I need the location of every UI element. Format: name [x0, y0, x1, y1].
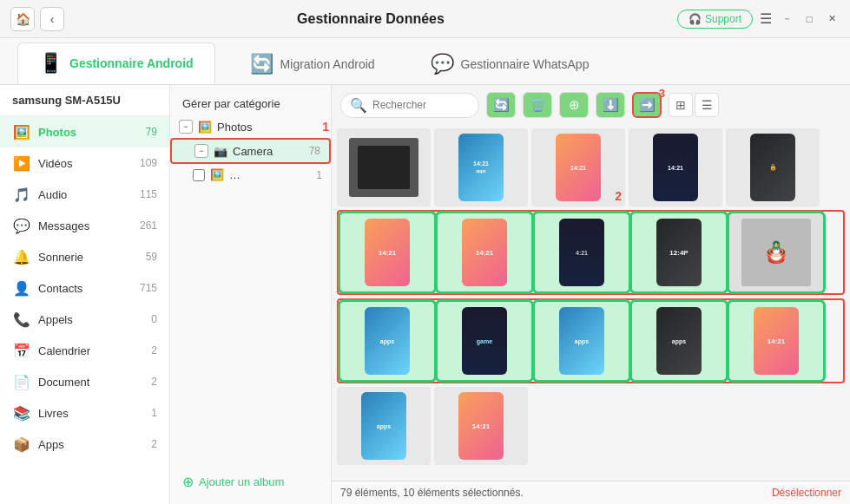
photo-thumb[interactable]: 14:21 2 [531, 128, 625, 206]
category-camera[interactable]: － 📷 Camera 78 [170, 138, 331, 164]
add-album-button[interactable]: ⊕ Ajouter un album [170, 467, 331, 497]
search-input[interactable] [372, 99, 468, 111]
screenshots-cat-label: … [229, 168, 311, 181]
phone-thumb-dark: 🔒 [750, 134, 795, 201]
collapse-camera-btn[interactable]: － [194, 144, 208, 158]
grid-view-button[interactable]: ⊞ [669, 93, 693, 117]
tab-android[interactable]: 📱 Gestionnaire Android [17, 43, 215, 84]
photo-thumb[interactable]: apps [337, 387, 431, 465]
list-view-button[interactable]: ☰ [695, 93, 719, 117]
camera-cat-count: 78 [309, 145, 320, 157]
collapse-photos-btn[interactable]: － [179, 120, 193, 134]
audio-icon: 🎵 [12, 185, 31, 204]
photo-grid: 14:21apps 14:21 2 14:21 🔒 [332, 125, 850, 481]
sidebar-item-document[interactable]: 📄 Document 2 [0, 366, 169, 397]
status-text: 79 éléments, 10 éléments sélectionnés. [340, 487, 524, 499]
android-tab-label: Gestionnaire Android [69, 56, 194, 70]
menu-button[interactable]: ☰ [760, 10, 772, 27]
contacts-icon: 👤 [12, 278, 31, 298]
whatsapp-tab-icon: 💬 [431, 53, 454, 75]
photo-thumb-selected[interactable]: apps [535, 302, 629, 380]
photo-thumb-selected[interactable]: 12:4P [632, 213, 726, 291]
back-button[interactable]: ‹ [40, 7, 64, 31]
document-icon: 📄 [12, 372, 31, 391]
photo-thumb[interactable] [337, 128, 431, 206]
photo-thumb-selected[interactable]: game [438, 302, 531, 380]
tab-whatsapp[interactable]: 💬 Gestionnaire WhatsApp [410, 44, 610, 84]
livres-icon: 📚 [12, 403, 31, 422]
photo-thumb-selected[interactable]: 🪆 [729, 213, 823, 291]
view-toggle: ⊞ ☰ [669, 93, 719, 117]
sidebar-item-calendrier[interactable]: 📅 Calendrier 2 [0, 335, 169, 366]
tab-migration[interactable]: 🔄 Migration Android [229, 44, 396, 84]
sidebar-label-apps: Apps [38, 438, 144, 451]
sidebar-item-livres[interactable]: 📚 Livres 1 [0, 397, 169, 429]
photo-thumb-selected[interactable]: 14:21 [340, 213, 434, 291]
sidebar-item-messages[interactable]: 💬 Messages 261 [0, 210, 169, 241]
photo-thumb[interactable]: 14:21 [629, 128, 722, 206]
sidebar-item-apps[interactable]: 📦 Apps 2 [0, 429, 169, 460]
send-button[interactable]: ➡️ 3 [632, 92, 662, 118]
category-header: Gérer par catégorie [170, 92, 331, 115]
tab-bar: 📱 Gestionnaire Android 🔄 Migration Andro… [0, 38, 850, 85]
category-photos[interactable]: － 🖼️ Photos 1 [170, 115, 331, 138]
add-button[interactable]: ⊕ [559, 92, 589, 118]
photo-row-top: 14:21apps 14:21 2 14:21 🔒 [337, 128, 845, 206]
photo-row-bottom: apps 14:21 [337, 387, 845, 465]
phone-bottom-2: 14:21 [458, 392, 504, 460]
sidebar-item-videos[interactable]: ▶️ Vidéos 109 [0, 147, 169, 179]
photo-thumb-selected[interactable]: 4:21 [535, 213, 629, 291]
support-button[interactable]: 🎧 Support [677, 10, 753, 29]
sidebar-label-contacts: Contacts [38, 282, 133, 295]
maximize-button[interactable]: □ [801, 11, 817, 27]
annotation-3: 3 [659, 87, 665, 100]
export-button[interactable]: ⬇️ [596, 92, 625, 118]
device-name: samsung SM-A515U [0, 85, 169, 116]
sidebar-label-audio: Audio [38, 188, 133, 201]
videos-icon: ▶️ [12, 154, 31, 173]
sidebar-count-livres: 1 [151, 407, 157, 419]
photos-cat-label: Photos [217, 121, 322, 134]
photo-thumb-selected[interactable]: 14:21 [438, 213, 531, 291]
sidebar-item-contacts[interactable]: 👤 Contacts 715 [0, 272, 169, 304]
photo-row-selected-1: 14:21 14:21 4:21 12:4P [337, 210, 845, 295]
sidebar-item-audio[interactable]: 🎵 Audio 115 [0, 179, 169, 210]
photo-thumb[interactable]: 14:21apps [434, 128, 528, 206]
sidebar-item-photos[interactable]: 🖼️ Photos 79 [0, 116, 169, 147]
screenshots-checkbox[interactable] [193, 169, 205, 181]
photo-thumb[interactable]: 14:21 [434, 387, 528, 465]
sidebar-count-sonnerie: 59 [146, 251, 157, 263]
category-panel: Gérer par catégorie － 🖼️ Photos 1 － 📷 Ca… [170, 85, 332, 504]
sidebar-item-sonnerie[interactable]: 🔔 Sonnerie 59 [0, 241, 169, 272]
deselect-link[interactable]: Désélectionner [772, 487, 841, 499]
photo-thumb-selected[interactable]: 14:21 [729, 302, 823, 380]
phone-thumb-blue: 14:21 [653, 134, 698, 201]
app-title: Gestionnaire Données [64, 11, 677, 27]
title-bar-right: 🎧 Support ☰ － □ ✕ [677, 10, 840, 29]
screenshots-cat-icon: 🖼️ [210, 168, 224, 181]
close-button[interactable]: ✕ [824, 11, 840, 27]
delete-button[interactable]: 🗑️ [523, 92, 552, 118]
add-album-label: Ajouter un album [199, 475, 284, 488]
messages-icon: 💬 [12, 216, 31, 235]
content-area: 🔍 🔄 🗑️ ⊕ ⬇️ ➡️ 3 ⊞ ☰ [332, 85, 850, 504]
phone-thumb-lock: 14:21 [556, 134, 601, 201]
home-button[interactable]: 🏠 [10, 7, 35, 31]
sidebar-label-document: Document [38, 376, 144, 389]
photo-thumb-selected[interactable]: apps [340, 302, 434, 380]
photo-thumb-selected[interactable]: apps [632, 302, 726, 380]
sidebar-item-appels[interactable]: 📞 Appels 0 [0, 304, 169, 335]
calendrier-icon: 📅 [12, 341, 31, 360]
sidebar-count-videos: 109 [140, 157, 157, 169]
minimize-button[interactable]: － [779, 11, 794, 27]
sonnerie-icon: 🔔 [12, 247, 31, 266]
sidebar-count-apps: 2 [151, 438, 157, 450]
camera-cat-icon: 📷 [214, 145, 227, 158]
search-box[interactable]: 🔍 [340, 93, 479, 118]
refresh-button[interactable]: 🔄 [486, 92, 516, 118]
photo-thumb[interactable]: 🔒 [726, 128, 820, 206]
phone-selected-4: 12:4P [656, 219, 702, 286]
category-screenshots[interactable]: 🖼️ … 1 [170, 164, 331, 186]
photos-cat-icon: 🖼️ [198, 121, 212, 134]
phone-selected-8: apps [656, 307, 702, 375]
